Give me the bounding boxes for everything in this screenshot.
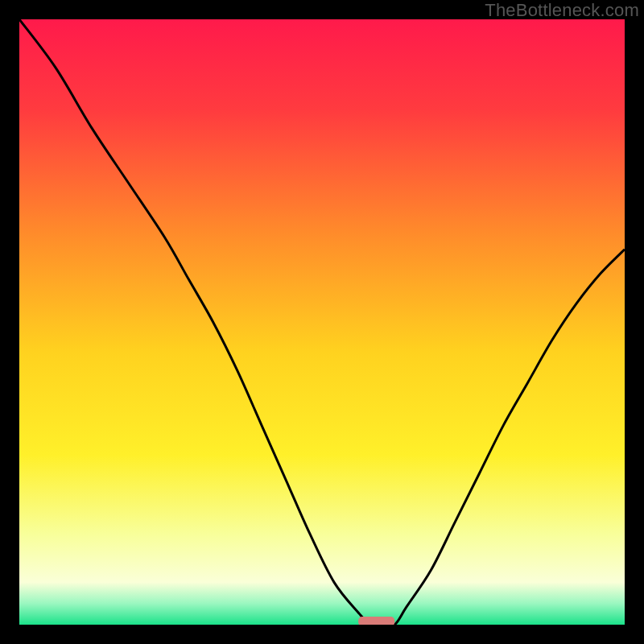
sweet-spot-marker: [358, 617, 394, 625]
chart-frame: TheBottleneck.com: [0, 0, 644, 644]
chart-svg: [19, 19, 625, 625]
plot-area: [19, 19, 625, 625]
attribution-text: TheBottleneck.com: [485, 2, 639, 19]
gradient-background: [19, 19, 625, 625]
